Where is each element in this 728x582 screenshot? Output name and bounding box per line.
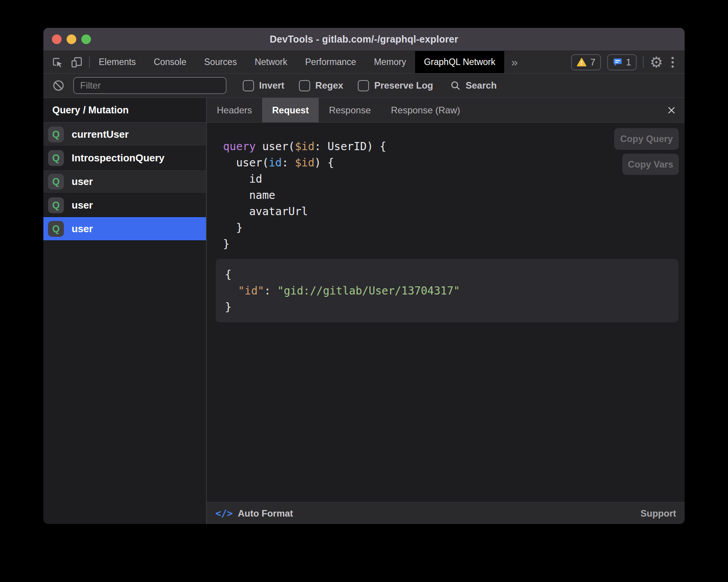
variables-code-line: { <box>225 267 669 283</box>
query-list-item-introspectionquery[interactable]: QIntrospectionQuery <box>43 146 206 170</box>
query-type-badge: Q <box>48 127 64 142</box>
window-title: DevTools - gitlab.com/-/graphql-explorer <box>270 34 458 45</box>
issues-badge[interactable]: 1 <box>607 54 637 70</box>
block-filter-icon[interactable] <box>52 79 65 92</box>
query-list: QcurrentUserQIntrospectionQueryQuserQuse… <box>43 123 206 241</box>
tab-sources[interactable]: Sources <box>195 51 246 73</box>
tabbar-icons <box>43 51 89 73</box>
close-panel-button[interactable] <box>658 98 685 122</box>
devtools-tabbar: ElementsConsoleSourcesNetworkPerformance… <box>43 51 685 74</box>
query-list-item-label: user <box>72 176 93 188</box>
query-code-line: avatarUrl <box>223 204 685 220</box>
request-content: query user($id: UserID) { user(id: $id) … <box>207 123 685 502</box>
request-query-code: query user($id: UserID) { user(id: $id) … <box>223 139 685 252</box>
query-list-item-user[interactable]: Quser <box>43 193 206 217</box>
query-list-panel: Query / Mutation QcurrentUserQIntrospect… <box>43 98 207 524</box>
devtools-window: DevTools - gitlab.com/-/graphql-explorer… <box>43 28 685 524</box>
settings-gear-icon[interactable]: ⚙ <box>650 55 663 70</box>
checkbox-regex[interactable]: Regex <box>299 80 343 91</box>
kebab-menu-icon[interactable] <box>669 57 676 68</box>
search-group[interactable]: Search <box>450 80 496 91</box>
copy-vars-button[interactable]: Copy Vars <box>622 154 679 175</box>
auto-format-button[interactable]: </> Auto Format <box>215 508 293 519</box>
query-type-badge: Q <box>48 174 64 190</box>
more-tabs-icon[interactable]: » <box>504 51 525 73</box>
filter-input[interactable] <box>73 77 227 94</box>
query-list-item-label: currentUser <box>72 128 129 140</box>
detail-tab-response[interactable]: Response <box>319 98 381 122</box>
detail-tab-headers[interactable]: Headers <box>207 98 262 122</box>
query-list-item-user[interactable]: Quser <box>43 170 206 193</box>
checkbox-preserve-log[interactable]: Preserve Log <box>358 80 433 91</box>
query-code-line: } <box>223 220 685 236</box>
regex-checkbox-box[interactable] <box>299 80 310 91</box>
filter-bar: InvertRegexPreserve Log Search <box>43 74 685 98</box>
query-list-item-label: IntrospectionQuery <box>72 152 165 164</box>
support-link[interactable]: Support <box>640 508 676 519</box>
query-type-badge: Q <box>48 150 64 166</box>
title-bar: DevTools - gitlab.com/-/graphql-explorer <box>43 28 685 51</box>
inspect-element-icon[interactable] <box>51 56 64 68</box>
query-code-line: user(id: $id) { <box>223 155 685 171</box>
auto-format-label: Auto Format <box>238 508 293 519</box>
tab-memory[interactable]: Memory <box>365 51 415 73</box>
code-brackets-icon: </> <box>215 508 233 519</box>
invert-checkbox-label: Invert <box>259 80 284 91</box>
variables-box: { "id": "gid://gitlab/User/13704317"} <box>216 259 678 322</box>
query-type-badge: Q <box>48 197 64 213</box>
message-count: 1 <box>626 57 631 68</box>
variables-code-line: } <box>225 299 669 315</box>
search-icon <box>450 80 461 91</box>
tab-network[interactable]: Network <box>246 51 296 73</box>
status-bar: </> Auto Format Support <box>207 502 685 524</box>
query-code-line: } <box>223 236 685 252</box>
minimize-window-button[interactable] <box>67 34 76 44</box>
warnings-badge[interactable]: 7 <box>571 54 601 70</box>
warning-icon <box>577 58 587 67</box>
query-code-line: name <box>223 187 685 204</box>
tab-console[interactable]: Console <box>145 51 195 73</box>
regex-checkbox-label: Regex <box>315 80 343 91</box>
query-type-badge: Q <box>48 221 64 237</box>
detail-tab-response-raw[interactable]: Response (Raw) <box>381 98 470 122</box>
invert-checkbox-box[interactable] <box>243 80 254 91</box>
devtools-tabs: ElementsConsoleSourcesNetworkPerformance… <box>90 51 415 73</box>
query-code-line: id <box>223 171 685 187</box>
tab-performance[interactable]: Performance <box>296 51 365 73</box>
device-toolbar-icon[interactable] <box>70 56 83 68</box>
query-list-item-currentuser[interactable]: QcurrentUser <box>43 123 206 146</box>
copy-query-button[interactable]: Copy Query <box>614 128 679 150</box>
variables-code: { "id": "gid://gitlab/User/13704317"} <box>225 267 669 315</box>
query-list-item-label: user <box>72 199 93 211</box>
query-list-item-label: user <box>72 223 93 235</box>
preserve-log-checkbox-box[interactable] <box>358 80 369 91</box>
query-mutation-header: Query / Mutation <box>43 98 206 123</box>
main-split: Query / Mutation QcurrentUserQIntrospect… <box>43 98 685 524</box>
detail-tabs-inner: HeadersRequestResponseResponse (Raw) <box>207 98 470 122</box>
tab-elements[interactable]: Elements <box>90 51 145 73</box>
filter-checkboxes: InvertRegexPreserve Log <box>243 80 433 91</box>
variables-code-line: "id": "gid://gitlab/User/13704317" <box>225 283 669 299</box>
query-list-item-user[interactable]: Quser <box>43 217 206 241</box>
detail-tab-request[interactable]: Request <box>262 98 319 122</box>
preserve-log-checkbox-label: Preserve Log <box>374 80 433 91</box>
badges-divider <box>643 56 644 68</box>
zoom-window-button[interactable] <box>81 34 91 44</box>
detail-panel: HeadersRequestResponseResponse (Raw) que… <box>207 98 685 524</box>
close-window-button[interactable] <box>52 34 62 44</box>
tab-graphql-network[interactable]: GraphQL Network <box>415 51 505 73</box>
warning-count: 7 <box>590 57 595 68</box>
message-icon <box>613 57 623 67</box>
traffic-lights <box>52 28 91 51</box>
tabbar-right: 7 1 ⚙ <box>571 51 685 73</box>
detail-tabs: HeadersRequestResponseResponse (Raw) <box>207 98 685 123</box>
checkbox-invert[interactable]: Invert <box>243 80 284 91</box>
search-label: Search <box>465 80 496 91</box>
